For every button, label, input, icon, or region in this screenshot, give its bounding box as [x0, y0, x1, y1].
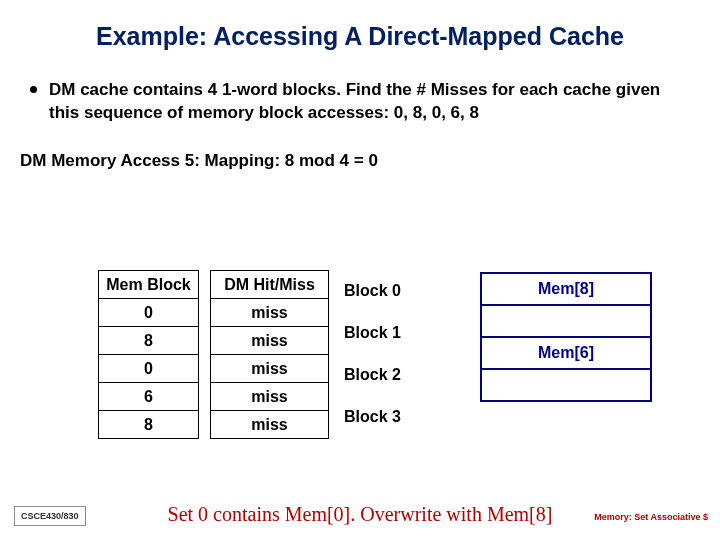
hit-miss-table: DM Hit/Miss miss miss miss miss miss — [210, 270, 329, 439]
block-label: Block 0 — [338, 270, 401, 312]
hit-miss-cell: miss — [211, 411, 329, 439]
hit-miss-cell: miss — [211, 299, 329, 327]
hit-miss-cell: miss — [211, 355, 329, 383]
bullet-item: DM cache contains 4 1-word blocks. Find … — [0, 65, 720, 125]
cache-cell: Mem[6] — [481, 337, 651, 369]
block-labels: Block 0 Block 1 Block 2 Block 3 — [338, 270, 401, 438]
block-label: Block 1 — [338, 312, 401, 354]
mem-block-cell: 6 — [99, 383, 199, 411]
access-heading: DM Memory Access 5: Mapping: 8 mod 4 = 0 — [0, 125, 720, 171]
cache-cell: Mem[8] — [481, 273, 651, 305]
bullet-text: DM cache contains 4 1-word blocks. Find … — [49, 79, 690, 125]
mem-block-cell: 8 — [99, 411, 199, 439]
mem-block-table: Mem Block 0 8 0 6 8 — [98, 270, 199, 439]
hit-miss-cell: miss — [211, 327, 329, 355]
slide-title: Example: Accessing A Direct-Mapped Cache — [0, 0, 720, 65]
footer-note: Memory: Set Associative $ — [594, 512, 708, 522]
cache-cell — [481, 305, 651, 337]
mem-block-header: Mem Block — [99, 271, 199, 299]
mem-block-cell: 8 — [99, 327, 199, 355]
cache-table: Mem[8] Mem[6] — [480, 272, 652, 402]
block-label: Block 2 — [338, 354, 401, 396]
hit-miss-header: DM Hit/Miss — [211, 271, 329, 299]
mem-block-cell: 0 — [99, 299, 199, 327]
block-label: Block 3 — [338, 396, 401, 438]
bullet-dot-icon — [30, 86, 37, 93]
hit-miss-cell: miss — [211, 383, 329, 411]
cache-cell — [481, 369, 651, 401]
mem-block-cell: 0 — [99, 355, 199, 383]
